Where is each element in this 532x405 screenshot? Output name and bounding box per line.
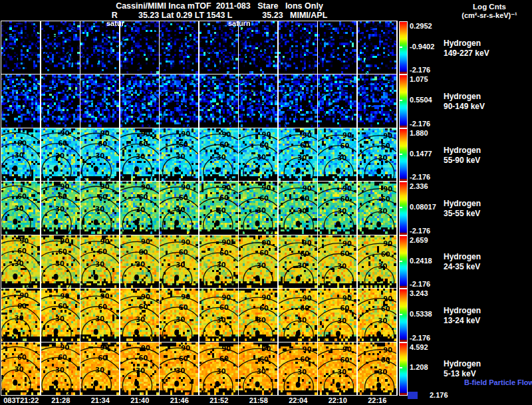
heatmap-panel: [41, 74, 80, 127]
heatmap-canvas: [1, 21, 40, 74]
row-colorbar: [399, 235, 408, 289]
colorbar-tick-top: 0.2952: [410, 22, 432, 30]
heatmap-canvas: [160, 182, 198, 234]
heatmap-panel: [239, 342, 277, 395]
heatmap-canvas: [41, 342, 80, 395]
colorbar-tick-top: 3.243: [410, 289, 428, 297]
heatmap-panel: [80, 289, 119, 341]
ephemeris-subtitle: R 35.23 Lat 0.29 LT 1543 L 35.23 MIMI/AP…: [0, 11, 439, 21]
colorbar-mid-tick: [400, 207, 402, 208]
heatmap-panel: [80, 128, 119, 181]
heatmap-panel: [318, 21, 356, 74]
heatmap-canvas: [239, 342, 277, 395]
heatmap-panel: [120, 289, 159, 341]
heatmap-canvas: [1, 289, 40, 341]
heatmap-canvas: [160, 342, 198, 395]
heatmap-panel: [41, 21, 80, 74]
heatmap-panel: [160, 128, 198, 181]
colorbar-legend-units: (cm²-sr-s-keV)⁻¹: [450, 11, 529, 19]
colorbar-tick-mid: 0.5504: [410, 96, 432, 104]
heatmap-canvas: [80, 342, 119, 395]
heatmap-panel: [120, 182, 159, 234]
heatmap-canvas: [200, 289, 238, 341]
heatmap-canvas: [160, 21, 198, 74]
heatmap-panel: [1, 182, 40, 234]
heatmap-panel: [200, 342, 238, 395]
heatmap-panel: [160, 289, 198, 341]
heatmap-canvas: [41, 235, 80, 288]
row-species-label: Hydrogen: [444, 306, 481, 315]
heatmap-panel: [358, 21, 396, 74]
colorbar-tick-bottom: -2.176: [410, 334, 430, 342]
heatmap-canvas: [80, 74, 119, 127]
heatmap-panel: [318, 74, 356, 127]
colorbar-tick-top: 2.336: [410, 182, 428, 190]
heatmap-canvas: [160, 289, 198, 341]
row-species-label: Hydrogen: [444, 199, 481, 208]
heatmap-canvas: [120, 128, 159, 181]
heatmap-panel: [1, 289, 40, 341]
colorbar-mid-tick: [400, 367, 402, 368]
time-tick-label: 083T21:22: [3, 396, 39, 404]
heatmap-canvas: [200, 21, 238, 74]
heatmap-panel: [279, 21, 317, 74]
heatmap-panel: [358, 289, 396, 341]
heatmap-canvas: [318, 289, 356, 341]
heatmap-panel: [41, 289, 80, 341]
heatmap-panel: [200, 182, 238, 234]
heatmap-canvas: [1, 128, 40, 181]
colorbar-tick-mid: -0.9402: [410, 43, 434, 51]
heatmap-panel: [80, 182, 119, 234]
heatmap-panel: [239, 74, 277, 127]
heatmap-canvas: [80, 182, 119, 234]
heatmap-canvas: [239, 289, 277, 341]
heatmap-canvas: [239, 235, 277, 288]
page-title: Cassini/MIMI Inca mTOF 2011-083 Stare Io…: [0, 2, 439, 11]
heatmap-canvas: [41, 182, 80, 234]
heatmap-canvas: [1, 235, 40, 288]
colorbar-tick-mid: 1.208: [410, 363, 428, 371]
heatmap-canvas: [41, 128, 80, 181]
heatmap-canvas: [358, 74, 396, 127]
heatmap-panel: [80, 235, 119, 288]
heatmap-panel: [358, 128, 396, 181]
colorbar-tick-top: 1.075: [410, 75, 428, 83]
heatmap-canvas: [239, 128, 277, 181]
colorbar-mid-tick: [400, 154, 402, 155]
heatmap-canvas: [358, 289, 396, 341]
colorbar-tick-mid: 0.1477: [410, 150, 432, 158]
colorbar-tick-bottom: -2.176: [410, 280, 430, 288]
row-energy-label: 5-13 keV: [444, 369, 476, 378]
heatmap-canvas: [120, 74, 159, 127]
colorbar-tick-mid: 0.08017: [410, 203, 436, 211]
heatmap-panel: [318, 289, 356, 341]
heatmap-panel: [358, 74, 396, 127]
row-species-label: Hydrogen: [444, 146, 481, 155]
time-tick-label: 21:40: [130, 396, 149, 404]
heatmap-panel: [200, 235, 238, 288]
heatmap-canvas: [1, 342, 40, 395]
heatmap-panel: [318, 235, 356, 288]
heatmap-panel: [279, 128, 317, 181]
row-colorbar: [399, 21, 408, 74]
heatmap-canvas: [358, 128, 396, 181]
heatmap-panel: [80, 342, 119, 395]
heatmap-canvas: [80, 235, 119, 288]
heatmap-panel: [160, 235, 198, 288]
heatmap-panel: [120, 128, 159, 181]
heatmap-canvas: [160, 128, 198, 181]
heatmap-canvas: [120, 182, 159, 234]
heatmap-panel: [120, 74, 159, 127]
heatmap-canvas: [200, 342, 238, 395]
row-species-label: Hydrogen: [444, 252, 481, 261]
row-colorbar: [399, 128, 408, 182]
heatmap-panel: [358, 182, 396, 234]
time-tick-label: 22:04: [289, 396, 307, 404]
colorbar-mid-tick: [400, 100, 402, 101]
heatmap-canvas: [1, 74, 40, 127]
time-tick-label: 21:58: [249, 396, 268, 404]
time-tick-label: 21:34: [91, 396, 110, 404]
colorbar-tick-top: 2.659: [410, 236, 428, 244]
heatmap-canvas: [318, 342, 356, 395]
heatmap-panel: [239, 128, 277, 181]
